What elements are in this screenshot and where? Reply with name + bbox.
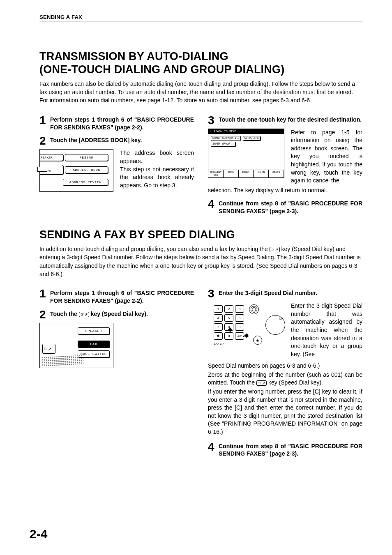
status-bar: ✆ READY TO SEND. [208,129,284,134]
paper-illustration [42,355,83,366]
b-step-3-side: Enter the 3-digit Speed Dial number that… [291,302,362,359]
tab[interactable]: EFGHI [238,170,254,177]
keypad-key[interactable]: 7 [214,323,223,331]
speaker-button[interactable]: SPEAKER [78,327,110,334]
step-3-after: selection. The key display will return t… [208,187,362,195]
step-1-title: Perform steps 1 through 6 of "BASIC PROC… [50,115,194,131]
b-step-2-title: Touch the ☞↗ key (Speed Dial key). [50,309,194,318]
fax-button[interactable]: FAX [78,341,110,348]
section-title-autodial: TRANSMISSION BY AUTO-DIALING (ONE-TOUCH … [39,50,362,76]
b-step-4-title: Continue from step 8 of "BASIC PROCEDURE… [219,441,362,458]
step-3-side: Refer to page 1-5 for information on usi… [291,129,362,185]
step-number: 2 [39,135,50,147]
clear-key[interactable] [249,304,259,314]
figure-speaker-panel: SPEAKER FAX MODE SWITCH ☞↗ [39,323,113,368]
group-icon: ☷ [231,143,234,146]
speed-dial-icon: ☞↗ [256,380,267,386]
keypad-key[interactable]: 4 [214,314,223,322]
section-title-speeddial: SENDING A FAX BY SPEED DIALING [39,228,362,242]
tab[interactable]: OPQRS [268,170,284,177]
keypad-key[interactable]: 3 [235,305,244,313]
step-2-body: The address book screen appears. This st… [120,149,194,192]
onetouch-key[interactable]: CORPO.TPS [243,136,261,140]
keypad-key[interactable]: 1 [214,305,223,313]
index-tabs[interactable]: FREQUENT USE ABCD EFGHI JKLMN OPQRS [208,170,284,177]
onetouch-key[interactable]: SHARP GROUP ☷ [211,142,235,147]
step-4-title: Continue from step 8 of "BASIC PROCEDURE… [219,198,362,215]
step-number: 1 [39,115,50,126]
step-number: 2 [39,309,50,320]
tab[interactable]: ABCD [223,170,239,177]
figure-numeric-keypad: 1 2 3 4 5 6 7 8 9 ✱ 0 #/P ACC.#-C [208,302,284,359]
keypad-key[interactable]: ✱ [214,332,223,340]
keypad-key[interactable]: 5 [224,314,233,322]
figure-touch-screen: ✆ READY TO SEND. SHARP CORPORATI ✆ CORPO… [208,129,284,178]
b-step-3-title: Enter the 3-digit Speed Dial number. [219,288,362,297]
keypad-key[interactable]: 6 [235,314,244,322]
phone-icon: ✆ [238,137,240,140]
fax-switch-button[interactable]: FAX SWITCH [40,165,63,175]
keypad-key[interactable]: 9 [235,323,244,331]
page-number: 2-4 [30,527,47,541]
speaker-button[interactable]: PEAKER [40,154,63,161]
section-b-intro: In addition to one-touch dialing and gro… [39,245,362,278]
start-key[interactable] [253,336,262,345]
b-step-3-p3: If you enter the wrong number, press the… [208,388,362,436]
onetouch-key[interactable]: SHARP CORPORATI ✆ [211,136,241,141]
resend-button[interactable]: RESEND [65,154,108,161]
step-number: 3 [208,115,219,126]
tab[interactable]: FREQUENT USE [208,170,224,177]
b-step-1-title: Perform steps 1 through 6 of "BASIC PROC… [50,288,194,305]
running-header: SENDING A FAX [39,14,362,21]
speed-dial-key-icon[interactable]: ☞↗ [42,344,55,354]
step-number: 3 [208,288,219,299]
phone-icon: ✆ [210,130,212,133]
acc-label: ACC.#-C [214,343,224,345]
step-number: 4 [208,441,219,453]
ca-key[interactable]: CA [265,315,285,335]
step-2-title: Touch the [ADDRESS BOOK] key. [50,135,194,144]
address-book-button[interactable]: ADDRESS BOOK [65,166,108,173]
figure-address-book-panel: PEAKER RESEND FAX SWITCH ADDRESS BOOK [39,149,113,192]
speed-dial-icon: ☞↗ [270,247,280,252]
b-step-3-p2: Zeros at the beginning of the number (su… [208,371,362,387]
step-number: 1 [39,288,50,299]
keypad-key[interactable]: 2 [224,305,233,313]
title-line-1: TRANSMISSION BY AUTO-DIALING [39,50,228,62]
speed-dial-icon: ☞↗ [79,312,89,317]
step-number: 4 [208,198,219,210]
step-3-title: Touch the one-touch key for the desired … [219,115,362,124]
address-review-button[interactable]: ADDRESS REVIEW [63,179,108,186]
title-line-2: (ONE-TOUCH DIALING AND GROUP DIALING) [39,63,284,76]
tab[interactable]: JKLMN [253,170,269,177]
section-a-intro: Fax numbers can also be dialed by automa… [39,80,362,105]
b-step-3-p1: Speed Dial numbers on pages 6-3 and 6-6.… [208,362,362,370]
